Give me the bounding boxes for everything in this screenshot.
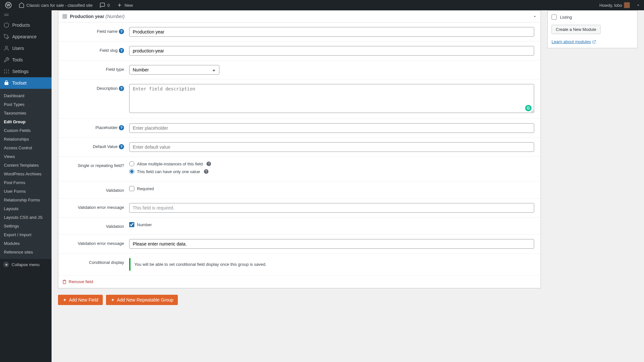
submenu-relationships[interactable]: Relationships [0, 135, 52, 144]
default-value-label: Default Value [93, 144, 118, 149]
collapse-toggle[interactable] [533, 14, 537, 18]
submenu-wp-archives[interactable]: WordPress Archives [0, 170, 52, 178]
sidebar-item-tools[interactable]: Tools [0, 54, 52, 66]
remove-field-label: Remove field [69, 279, 93, 284]
learn-modules-link[interactable]: Learn about modules [552, 39, 596, 44]
sidebar-item-users[interactable]: Users [0, 42, 52, 54]
wp-logo[interactable]: W [3, 0, 14, 10]
sidebar-item-settings[interactable]: Settings [0, 66, 52, 77]
svg-rect-12 [63, 14, 67, 18]
submenu-relationship-forms[interactable]: Relationship Forms [0, 196, 52, 204]
sidebar-item-products[interactable]: Products [0, 19, 52, 31]
help-icon[interactable]: ? [119, 144, 124, 149]
field-type-badge: (Number) [106, 14, 125, 19]
description-label: Description [97, 86, 118, 91]
new-label: New [124, 3, 133, 8]
required-label: Required [137, 186, 154, 191]
create-module-button[interactable]: Create a New Module [552, 25, 601, 34]
new-content-link[interactable]: New [114, 0, 135, 10]
submenu-layouts[interactable]: Layouts [0, 204, 52, 213]
help-icon[interactable]: ? [119, 125, 124, 130]
submenu-edit-group[interactable]: Edit Group [0, 117, 52, 126]
number-label: Number [137, 222, 152, 227]
field-type-label: Field type [106, 67, 124, 72]
sidebar-item-label: Tools [12, 57, 23, 62]
howdy-text: Howdy, lobo [599, 3, 622, 8]
submenu-post-forms[interactable]: Post Forms [0, 178, 52, 187]
remove-field-button[interactable]: Remove field [58, 275, 541, 288]
site-home-link[interactable]: Classic cars for sale - classified site [16, 0, 95, 10]
allow-multiple-label: Allow multiple-instances of this field [137, 162, 203, 166]
placeholder-input[interactable] [129, 123, 534, 133]
help-icon[interactable]: ? [119, 86, 124, 91]
submenu-dashboard[interactable]: Dashboard [0, 91, 52, 100]
svg-point-4 [5, 46, 7, 48]
sidebar-item-toolset[interactable]: Toolset [0, 77, 52, 89]
comments-count: 0 [107, 3, 110, 8]
grammarly-icon[interactable]: G [525, 105, 532, 111]
submenu-reference-sites[interactable]: Reference sites [0, 248, 52, 256]
comment-icon [100, 2, 105, 8]
wordpress-icon: W [5, 2, 12, 8]
add-group-label: Add New Repeatable Group [117, 297, 173, 302]
trash-icon [62, 280, 67, 284]
help-icon[interactable]: ? [119, 29, 124, 34]
learn-label: Learn about modules [552, 39, 591, 44]
submenu-taxonomies[interactable]: Taxonomies [0, 109, 52, 117]
collapse-label: Collapse menu [12, 262, 40, 267]
field-postbox-header[interactable]: Production year (Number) [58, 11, 541, 23]
submenu-user-forms[interactable]: User Forms [0, 187, 52, 196]
add-repeatable-group-button[interactable]: Add New Repeatable Group [106, 295, 178, 305]
validation-label: Validation [106, 188, 124, 193]
sidebar-item-appearance[interactable]: Appearance [0, 31, 52, 42]
submenu-modules[interactable]: Modules [0, 239, 52, 248]
required-checkbox[interactable] [129, 186, 134, 191]
help-icon[interactable]: ? [204, 169, 208, 174]
modules-box: Listing Create a New Module Learn about … [547, 10, 638, 48]
field-slug-input[interactable] [129, 46, 534, 56]
description-textarea[interactable] [129, 84, 534, 113]
default-value-input[interactable] [129, 142, 534, 152]
toolset-icon [3, 80, 10, 86]
field-title: Production year [70, 14, 104, 19]
site-name: Classic cars for sale - classified site [26, 3, 92, 8]
user-icon [3, 45, 10, 51]
wrench-icon [3, 57, 10, 63]
submenu-post-types[interactable]: Post Types [0, 100, 52, 109]
add-new-field-button[interactable]: Add New Field [58, 295, 103, 305]
allow-multiple-radio[interactable] [129, 161, 134, 166]
field-name-input[interactable] [129, 27, 534, 37]
submenu-export-import[interactable]: Export / Import [0, 230, 52, 239]
submenu-settings[interactable]: Settings [0, 222, 52, 230]
collapse-adminbar[interactable] [635, 0, 641, 10]
toolset-submenu: Dashboard Post Types Taxonomies Edit Gro… [0, 89, 52, 259]
required-error-input[interactable] [129, 203, 534, 213]
submenu-layouts-css-js[interactable]: Layouts CSS and JS [0, 213, 52, 222]
submenu-custom-fields[interactable]: Custom Fields [0, 126, 52, 135]
submenu-content-templates[interactable]: Content Templates [0, 161, 52, 170]
table-icon [62, 14, 67, 19]
single-value-radio[interactable] [129, 169, 134, 174]
sidebar-item-label: Products [12, 23, 30, 28]
number-checkbox[interactable] [129, 222, 134, 227]
sidebar-item-continue[interactable] [0, 10, 52, 19]
help-icon[interactable]: ? [207, 162, 211, 166]
listing-checkbox[interactable] [552, 14, 557, 20]
sliders-icon [3, 68, 10, 75]
comments-link[interactable]: 0 [97, 0, 112, 10]
field-type-select[interactable]: Number [129, 65, 219, 75]
help-icon[interactable]: ? [119, 48, 124, 53]
submenu-views[interactable]: Views [0, 152, 52, 161]
submenu-access-control[interactable]: Access Control [0, 144, 52, 152]
listing-label: Listing [560, 15, 572, 20]
single-repeating-label: Single or repeating field? [78, 163, 124, 168]
collapse-menu-button[interactable]: ◄ Collapse menu [0, 259, 52, 270]
user-account-link[interactable]: Howdy, lobo [597, 0, 632, 10]
external-link-icon [592, 40, 596, 44]
svg-rect-11 [5, 82, 8, 85]
number-error-input[interactable] [129, 239, 534, 249]
plus-icon [111, 298, 115, 302]
placeholder-label: Placeholder [95, 125, 118, 130]
plus-icon [117, 2, 122, 8]
add-field-label: Add New Field [69, 297, 98, 302]
